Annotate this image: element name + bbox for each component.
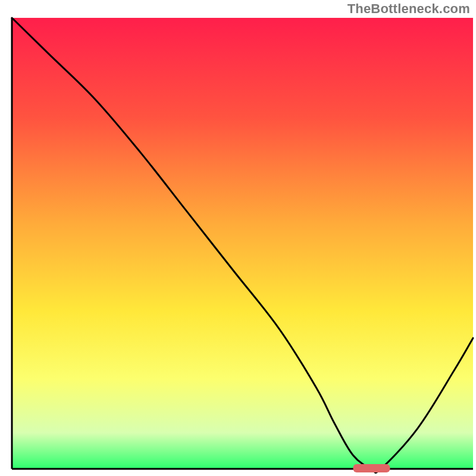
bottleneck-chart — [0, 0, 476, 476]
optimal-range-marker — [353, 464, 390, 472]
chart-container: TheBottleneck.com — [0, 0, 476, 476]
